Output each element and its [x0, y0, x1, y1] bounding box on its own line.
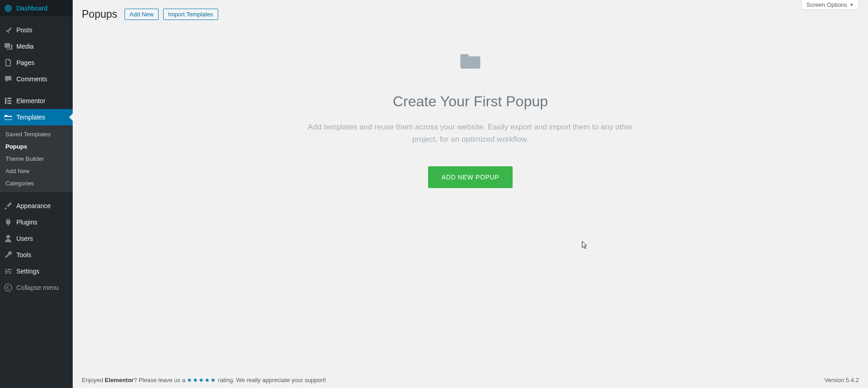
sidebar-item-tools[interactable]: Tools [0, 247, 73, 263]
folder-open-icon [4, 113, 13, 122]
chevron-down-icon: ▼ [849, 2, 854, 7]
empty-description: Add templates and reuse them across your… [307, 121, 634, 145]
sidebar-item-appearance[interactable]: Appearance [0, 198, 73, 214]
submenu-add-new[interactable]: Add New [0, 165, 73, 177]
submenu-theme-builder[interactable]: Theme Builder [0, 153, 73, 165]
sidebar-item-pages[interactable]: Pages [0, 55, 73, 71]
wrench-icon [4, 250, 13, 259]
sidebar-item-label: Appearance [16, 202, 51, 209]
page-header: Popups Add New Import Templates [82, 0, 859, 20]
svg-rect-0 [5, 98, 6, 104]
media-icon [4, 42, 13, 51]
cursor-icon [582, 241, 588, 250]
sidebar-item-label: Templates [16, 114, 45, 121]
collapse-icon [4, 283, 13, 292]
elementor-icon [4, 96, 13, 105]
sidebar-item-label: Comments [16, 75, 47, 83]
sidebar-item-label: Tools [16, 251, 31, 259]
plug-icon [4, 218, 13, 227]
submenu-saved-templates[interactable]: Saved Templates [0, 128, 73, 140]
sidebar-item-label: Settings [16, 268, 40, 275]
sidebar-item-label: Pages [16, 59, 35, 66]
folder-icon [459, 52, 481, 70]
submenu-popups[interactable]: Popups [0, 140, 73, 153]
empty-title: Create Your First Popup [307, 93, 634, 110]
screen-options-label: Screen Options [806, 1, 847, 8]
import-templates-button[interactable]: Import Templates [163, 9, 218, 20]
sidebar-item-label: Media [16, 43, 34, 50]
sidebar-item-users[interactable]: Users [0, 230, 73, 247]
screen-options-toggle[interactable]: Screen Options ▼ [801, 0, 859, 10]
pages-icon [4, 58, 13, 67]
sidebar-item-label: Elementor [16, 97, 45, 104]
sliders-icon [4, 267, 13, 276]
dashboard-icon [4, 4, 13, 13]
svg-point-4 [5, 284, 12, 291]
user-icon [4, 234, 13, 243]
version-label: Version 5.4.2 [824, 377, 859, 383]
sidebar-item-label: Posts [16, 26, 32, 34]
sidebar-item-label: Dashboard [16, 5, 48, 12]
collapse-menu[interactable]: Collapse menu [0, 279, 73, 296]
page-footer: Enjoyed Elementor? Please leave us a ★★★… [82, 377, 859, 383]
sidebar-item-dashboard[interactable]: Dashboard [0, 0, 73, 16]
submenu-categories[interactable]: Categories [0, 177, 73, 189]
empty-state: Create Your First Popup Add templates an… [307, 52, 634, 188]
svg-rect-1 [7, 98, 11, 99]
rating-stars-link[interactable]: ★★★★★ [187, 377, 216, 383]
comments-icon [4, 75, 13, 84]
sidebar-submenu: Saved Templates Popups Theme Builder Add… [0, 125, 73, 192]
svg-rect-3 [7, 103, 11, 104]
add-new-popup-button[interactable]: ADD NEW POPUP [428, 166, 513, 188]
sidebar-item-media[interactable]: Media [0, 38, 73, 55]
page-title: Popups [82, 8, 117, 20]
sidebar-item-templates[interactable]: Templates [0, 109, 73, 125]
pin-icon [4, 25, 13, 35]
brush-icon [4, 201, 13, 210]
sidebar-item-plugins[interactable]: Plugins [0, 214, 73, 230]
add-new-button[interactable]: Add New [125, 9, 159, 20]
admin-sidebar: Dashboard Posts Media Pages Comments [0, 0, 73, 388]
svg-rect-2 [7, 100, 11, 102]
sidebar-item-label: Plugins [16, 219, 37, 226]
sidebar-item-comments[interactable]: Comments [0, 71, 73, 87]
sidebar-item-settings[interactable]: Settings [0, 263, 73, 279]
sidebar-item-elementor[interactable]: Elementor [0, 93, 73, 109]
sidebar-item-posts[interactable]: Posts [0, 22, 73, 38]
collapse-label: Collapse menu [16, 284, 59, 291]
main-content: Screen Options ▼ Popups Add New Import T… [73, 0, 868, 388]
footer-message: Enjoyed Elementor? Please leave us a ★★★… [82, 377, 326, 383]
sidebar-item-label: Users [16, 235, 33, 242]
